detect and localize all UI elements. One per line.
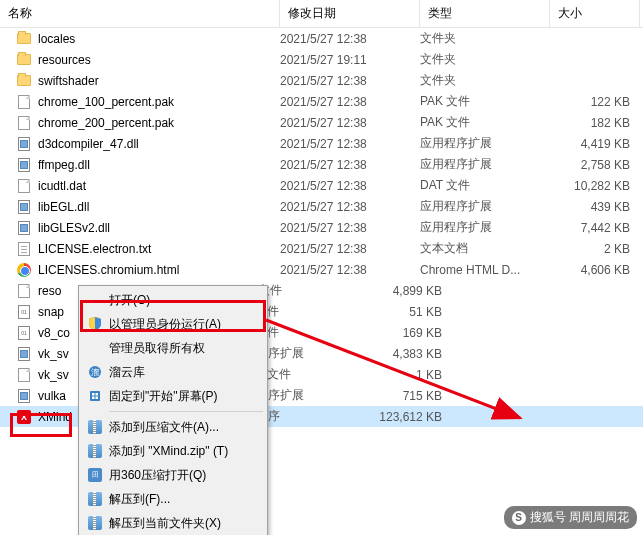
- file-name: libGLESv2.dll: [38, 221, 280, 235]
- context-menu: 打开(O) 以管理员身份运行(A) 管理员取得所有权 溜溜云库 固定到"开始"屏…: [78, 285, 268, 535]
- file-size: 2 KB: [550, 242, 630, 256]
- file-size: 7,442 KB: [550, 221, 630, 235]
- file-type: 文件夹: [420, 51, 550, 68]
- file-name: icudtl.dat: [38, 179, 280, 193]
- dll-icon: [16, 157, 32, 173]
- file-row[interactable]: LICENSES.chromium.html2021/5/27 12:38Chr…: [0, 259, 643, 280]
- dll-icon: [16, 388, 32, 404]
- liuyunku-icon: 溜: [85, 364, 105, 380]
- menu-liuyunku-label: 溜云库: [109, 364, 257, 381]
- column-header-name[interactable]: 名称: [0, 0, 280, 27]
- file-type: 应用程序扩展: [420, 198, 550, 215]
- menu-run-as-admin[interactable]: 以管理员身份运行(A): [81, 312, 265, 336]
- file-row[interactable]: LICENSE.electron.txt2021/5/27 12:38文本文档2…: [0, 238, 643, 259]
- svg-rect-3: [92, 393, 95, 396]
- file-row[interactable]: d3dcompiler_47.dll2021/5/27 12:38应用程序扩展4…: [0, 133, 643, 154]
- file-row[interactable]: libGLESv2.dll2021/5/27 12:38应用程序扩展7,442 …: [0, 217, 643, 238]
- file-row[interactable]: chrome_200_percent.pak2021/5/27 12:38PAK…: [0, 112, 643, 133]
- archive-icon: [85, 491, 105, 507]
- archive-icon: [85, 443, 105, 459]
- file-row[interactable]: swiftshader2021/5/27 12:38文件夹: [0, 70, 643, 91]
- file-date: 2021/5/27 12:38: [280, 179, 420, 193]
- file-size: 10,282 KB: [550, 179, 630, 193]
- column-header-type[interactable]: 类型: [420, 0, 550, 27]
- menu-extract-here[interactable]: 解压到当前文件夹(X): [81, 511, 265, 535]
- file-row[interactable]: locales2021/5/27 12:38文件夹: [0, 28, 643, 49]
- file-icon: [16, 94, 32, 110]
- file-row[interactable]: ffmpeg.dll2021/5/27 12:38应用程序扩展2,758 KB: [0, 154, 643, 175]
- file-row[interactable]: chrome_100_percent.pak2021/5/27 12:38PAK…: [0, 91, 643, 112]
- blank-icon: [85, 292, 105, 308]
- file-size: 4,419 KB: [550, 137, 630, 151]
- folder-icon: [16, 73, 32, 89]
- file-name: chrome_100_percent.pak: [38, 95, 280, 109]
- file-date: 2021/5/27 12:38: [280, 32, 420, 46]
- file-size: 169 KB: [362, 326, 442, 340]
- file-type: 应用程序扩展: [420, 156, 550, 173]
- svg-rect-2: [90, 391, 100, 401]
- file-date: 2021/5/27 12:38: [280, 158, 420, 172]
- menu-extract-here-label: 解压到当前文件夹(X): [109, 515, 257, 532]
- file-type: 应用程序扩展: [420, 135, 550, 152]
- menu-separator: [109, 411, 263, 412]
- file-icon: [16, 283, 32, 299]
- file-size: 4,383 KB: [362, 347, 442, 361]
- menu-open-label: 打开(O): [109, 292, 257, 309]
- file-row[interactable]: libEGL.dll2021/5/27 12:38应用程序扩展439 KB: [0, 196, 643, 217]
- svg-text:溜: 溜: [91, 368, 99, 377]
- menu-take-ownership-label: 管理员取得所有权: [109, 340, 257, 357]
- file-name: chrome_200_percent.pak: [38, 116, 280, 130]
- dll-icon: [16, 346, 32, 362]
- menu-add-to-xmind-zip-label: 添加到 "XMind.zip" (T): [109, 443, 257, 460]
- 360zip-icon: 田: [85, 467, 105, 483]
- file-type: 应用程序扩展: [420, 219, 550, 236]
- file-date: 2021/5/27 12:38: [280, 74, 420, 88]
- menu-liuyunku[interactable]: 溜溜云库: [81, 360, 265, 384]
- archive-icon: [85, 419, 105, 435]
- watermark-text: 搜狐号 周周周周花: [530, 509, 629, 526]
- file-row[interactable]: icudtl.dat2021/5/27 12:38DAT 文件10,282 KB: [0, 175, 643, 196]
- column-header-size[interactable]: 大小: [550, 0, 640, 27]
- file-size: 182 KB: [550, 116, 630, 130]
- file-name: LICENSE.electron.txt: [38, 242, 280, 256]
- file-name: swiftshader: [38, 74, 280, 88]
- menu-open-with-360-label: 用360压缩打开(Q): [109, 467, 257, 484]
- file-date: 2021/5/27 12:38: [280, 95, 420, 109]
- file-type: PAK 文件: [420, 93, 550, 110]
- folder-icon: [16, 52, 32, 68]
- xmind-icon: X: [16, 409, 32, 425]
- file-type: DAT 文件: [420, 177, 550, 194]
- sohu-icon: S: [512, 511, 526, 525]
- menu-pin-start-label: 固定到"开始"屏幕(P): [109, 388, 257, 405]
- file-size: 715 KB: [362, 389, 442, 403]
- svg-rect-5: [92, 397, 95, 400]
- menu-take-ownership[interactable]: 管理员取得所有权: [81, 336, 265, 360]
- menu-extract-to[interactable]: 解压到(F)...: [81, 487, 265, 511]
- file-size: 51 KB: [362, 305, 442, 319]
- dll-icon: [16, 220, 32, 236]
- file-icon: [16, 115, 32, 131]
- menu-add-to-xmind-zip[interactable]: 添加到 "XMind.zip" (T): [81, 439, 265, 463]
- file-type: 文本文档: [420, 240, 550, 257]
- menu-add-to-archive[interactable]: 添加到压缩文件(A)...: [81, 415, 265, 439]
- file-name: d3dcompiler_47.dll: [38, 137, 280, 151]
- file-size: 123,612 KB: [362, 410, 442, 424]
- menu-open[interactable]: 打开(O): [81, 288, 265, 312]
- folder-icon: [16, 31, 32, 47]
- column-header-row: 名称 修改日期 类型 大小: [0, 0, 643, 28]
- pin-icon: [85, 388, 105, 404]
- dll-icon: [16, 136, 32, 152]
- menu-pin-start[interactable]: 固定到"开始"屏幕(P): [81, 384, 265, 408]
- file-size: 2,758 KB: [550, 158, 630, 172]
- file-name: resources: [38, 53, 280, 67]
- bin-icon: 01: [16, 304, 32, 320]
- file-row[interactable]: resources2021/5/27 19:11文件夹: [0, 49, 643, 70]
- file-type: Chrome HTML D...: [420, 263, 550, 277]
- file-size: 1 KB: [362, 368, 442, 382]
- file-name: libEGL.dll: [38, 200, 280, 214]
- menu-add-to-archive-label: 添加到压缩文件(A)...: [109, 419, 257, 436]
- column-header-date[interactable]: 修改日期: [280, 0, 420, 27]
- shield-icon: [85, 316, 105, 332]
- menu-open-with-360[interactable]: 田用360压缩打开(Q): [81, 463, 265, 487]
- file-size: 4,899 KB: [362, 284, 442, 298]
